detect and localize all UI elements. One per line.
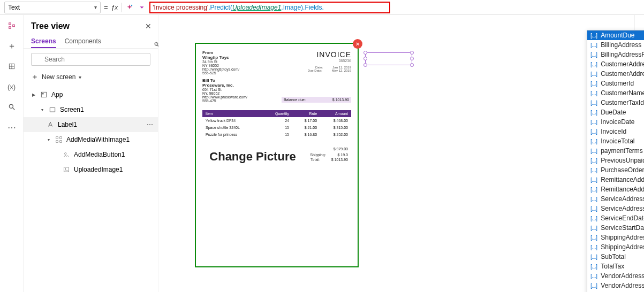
variables-icon[interactable]: (x) xyxy=(6,81,17,92)
more-icon[interactable]: ⋯ xyxy=(6,122,17,133)
intellisense-item[interactable]: [⎵]AmountDue xyxy=(587,30,644,40)
plus-icon: ＋ xyxy=(31,72,39,82)
intellisense-item[interactable]: [⎵]BillingAddressRecipient xyxy=(587,50,644,59)
data-icon[interactable] xyxy=(6,61,17,72)
svg-point-16 xyxy=(65,153,67,155)
col-amount: Amount xyxy=(320,110,351,117)
selected-label-handles[interactable] xyxy=(365,52,412,65)
intellisense-item[interactable]: [⎵]DueDate xyxy=(587,107,644,117)
intellisense-item[interactable]: [⎵]RemittanceAddress xyxy=(587,175,644,185)
intellisense-item-label: ServiceEndDate xyxy=(601,214,644,222)
intellisense-item[interactable]: [⎵]SubTotal xyxy=(587,252,644,262)
intellisense-item[interactable]: [⎵]VendorAddress xyxy=(587,271,644,281)
intellisense-item[interactable]: [⎵]InvoiceTotal xyxy=(587,136,644,146)
intellisense-item[interactable]: [⎵]ServiceStartDate xyxy=(587,223,644,233)
invoice-balance-row: Balance due: $ 1013.90 xyxy=(282,97,351,103)
tree-node-addmedia[interactable]: ▾ AddMediaWithImage1 xyxy=(24,132,158,147)
formula-input[interactable]: 'Invoice processing'.Predict(UploadedIma… xyxy=(149,2,390,13)
invoice-from-site: http://wingtiptoys.com/ xyxy=(202,67,239,71)
canvas[interactable]: ✕ From Wingtip Toys 34 5th St NY 98052 h… xyxy=(158,15,634,292)
intellisense-item[interactable]: [⎵]CustomerAddress xyxy=(587,59,644,69)
change-picture-label[interactable]: Change Picture xyxy=(202,150,303,164)
resize-handle[interactable] xyxy=(363,57,367,60)
tree-node-addmediabutton[interactable]: AddMediaButton1 xyxy=(24,147,158,162)
svg-rect-9 xyxy=(41,92,46,97)
intellisense-item[interactable]: [⎵]CustomerTaxId xyxy=(587,98,644,107)
formula-dropdown[interactable] xyxy=(138,3,146,12)
remove-image-button[interactable]: ✕ xyxy=(353,39,362,49)
field-icon: [⎵] xyxy=(590,32,597,39)
intellisense-item-label: TotalTax xyxy=(601,263,624,270)
intellisense-item[interactable]: [⎵]ShippingAddressRecipient xyxy=(587,242,644,252)
tree-node-uploadedimage[interactable]: UploadedImage1 xyxy=(24,162,158,177)
tree-view-title: Tree view xyxy=(31,21,70,31)
copilot-icon[interactable] xyxy=(125,3,134,12)
chevron-down-icon: ▾ xyxy=(46,137,51,142)
svg-rect-2 xyxy=(9,27,11,29)
tree-node-screen1[interactable]: ▾ Screen1 xyxy=(24,102,158,117)
resize-handle[interactable] xyxy=(410,63,414,67)
intellisense-popup[interactable]: [⎵]AmountDue[⎵]BillingAddress[⎵]BillingA… xyxy=(587,30,644,292)
tab-screens[interactable]: Screens xyxy=(31,35,56,48)
tree-node-label: App xyxy=(51,91,63,98)
tree-node-app[interactable]: ▶ App xyxy=(24,87,158,102)
intellisense-item[interactable]: [⎵]PurchaseOrder xyxy=(587,165,644,175)
svg-point-7 xyxy=(9,104,13,108)
formula-token-prop: Fields xyxy=(305,4,322,11)
intellisense-item[interactable]: [⎵]CustomerId xyxy=(587,79,644,88)
intellisense-item[interactable]: [⎵]ServiceEndDate xyxy=(587,213,644,223)
left-nav-rail: ＋ (x) ⋯ xyxy=(0,15,24,292)
col-rate: Rate xyxy=(292,110,320,117)
tree-search-input[interactable] xyxy=(31,53,150,66)
svg-rect-12 xyxy=(56,137,58,139)
intellisense-item[interactable]: [⎵]CustomerName xyxy=(587,88,644,98)
intellisense-item[interactable]: [⎵]TotalTax xyxy=(587,262,644,271)
uploaded-image-preview[interactable]: ✕ From Wingtip Toys 34 5th St NY 98052 h… xyxy=(195,43,359,267)
intellisense-item[interactable]: [⎵]ServiceAddress xyxy=(587,194,644,204)
intellisense-item[interactable]: [⎵]VendorAddressRecipient xyxy=(587,281,644,290)
intellisense-item-label: ShippingAddressRecipient xyxy=(601,243,644,251)
chevron-down-icon: ▾ xyxy=(40,107,45,112)
fx-icon[interactable]: ƒx xyxy=(111,4,118,11)
intellisense-item[interactable]: [⎵]ServiceAddressRecipient xyxy=(587,204,644,213)
tree-list: ▶ App ▾ Screen1 Label1 ⋯ ▾ AddMediaWithI… xyxy=(24,87,158,177)
svg-rect-13 xyxy=(60,137,62,139)
search-icon[interactable] xyxy=(6,102,17,112)
tree-node-label: UploadedImage1 xyxy=(74,166,123,173)
resize-handle[interactable] xyxy=(410,51,414,55)
col-item: Item xyxy=(202,110,262,117)
table-row: Space shuttle 3240L15$ 21.00$ 315.00 xyxy=(202,124,351,131)
intellisense-item-label: CustomerName xyxy=(601,89,644,97)
invoice-dates: Date:Jan 11, 2019 Due Date:May 12, 2019 xyxy=(308,66,351,72)
chevron-right-icon: ▶ xyxy=(31,93,36,97)
table-cell: $ 315.00 xyxy=(320,124,351,131)
tree-node-label1[interactable]: Label1 ⋯ xyxy=(24,117,158,132)
invoice-billto-site: http://www.proseware.com/ xyxy=(202,95,247,99)
intellisense-item[interactable]: [⎵]PreviousUnpaidBalance xyxy=(587,156,644,165)
field-icon: [⎵] xyxy=(590,253,597,260)
intellisense-item-label: ServiceStartDate xyxy=(601,224,644,232)
intellisense-item[interactable]: [⎵]ShippingAddress xyxy=(587,233,644,242)
intellisense-item-label: CustomerAddress xyxy=(601,60,644,68)
intellisense-item[interactable]: [⎵]BillingAddress xyxy=(587,40,644,50)
property-selector[interactable]: Text ▾ xyxy=(4,2,101,13)
chevron-down-icon: ▾ xyxy=(79,74,81,80)
tree-view-icon[interactable] xyxy=(6,20,17,31)
intellisense-item[interactable]: [⎵]InvoiceId xyxy=(587,127,644,136)
intellisense-item[interactable]: [⎵]CustomerAddressRecipient xyxy=(587,69,644,79)
intellisense-item[interactable]: [⎵]paymentTerms xyxy=(587,146,644,156)
intellisense-item[interactable]: [⎵]RemittanceAddressRecipient xyxy=(587,185,644,194)
tab-components[interactable]: Components xyxy=(65,35,101,48)
invoice-subtotal-value: $ 979.00 xyxy=(334,147,348,151)
new-screen-button[interactable]: ＋ New screen ▾ xyxy=(24,70,158,87)
insert-icon[interactable]: ＋ xyxy=(6,41,17,51)
more-icon[interactable]: ⋯ xyxy=(147,121,154,128)
resize-handle[interactable] xyxy=(410,57,414,60)
close-icon[interactable]: ✕ xyxy=(145,22,151,30)
resize-handle[interactable] xyxy=(363,51,367,55)
intellisense-item[interactable]: [⎵]InvoiceDate xyxy=(587,117,644,127)
invoice-balance-label: Balance due: xyxy=(284,98,306,102)
table-cell: 24 xyxy=(262,117,292,124)
field-icon: [⎵] xyxy=(590,186,597,193)
resize-handle[interactable] xyxy=(363,63,367,67)
